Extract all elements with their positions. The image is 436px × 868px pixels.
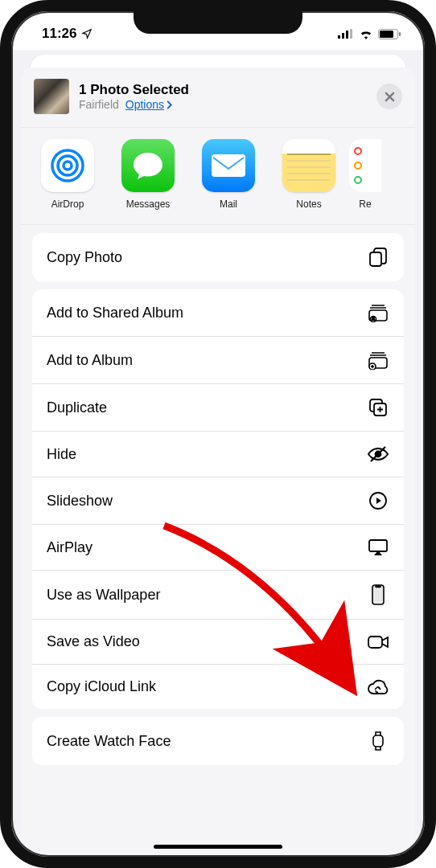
svg-rect-3 [350,29,352,39]
action-label: Add to Album [47,352,133,369]
app-notes[interactable]: Notes [269,139,349,210]
sheet-header: 1 Photo Selected Fairfield Options [21,68,415,128]
notes-icon [282,139,335,192]
svg-rect-21 [372,585,384,604]
status-time: 11:26 [42,26,76,42]
app-mail[interactable]: Mail [188,139,269,210]
action-copy-icloud[interactable]: Copy iCloud Link [32,665,404,709]
action-airplay[interactable]: AirPlay [32,525,404,571]
action-duplicate[interactable]: Duplicate [32,384,404,432]
action-copy-photo[interactable]: Copy Photo [32,233,404,281]
app-label: Mail [188,199,269,210]
action-hide[interactable]: Hide [32,432,404,477]
app-reminders[interactable]: Re [349,139,381,210]
action-use-wallpaper[interactable]: Use as Wallpaper [32,571,404,620]
action-group-main: Add to Shared Album Add to Album Duplica… [32,289,404,709]
photo-thumbnail[interactable] [34,79,69,114]
play-icon [367,491,389,510]
share-apps-row[interactable]: AirDrop Messages Mail Notes [21,128,415,225]
action-save-video[interactable]: Save as Video [32,620,404,665]
subtitle-location: Fairfield [79,98,119,111]
sheet-title: 1 Photo Selected [79,82,376,98]
app-label: AirDrop [27,199,108,210]
app-label: Re [349,199,381,210]
close-icon [385,92,395,102]
action-slideshow[interactable]: Slideshow [32,477,404,525]
action-label: Duplicate [47,399,107,416]
watch-icon [367,731,389,751]
reminders-icon [349,139,381,192]
svg-rect-0 [338,35,340,39]
actions-list[interactable]: Copy Photo Add to Shared Album Add to Al… [21,225,415,857]
close-button[interactable] [376,84,402,109]
app-messages[interactable]: Messages [108,139,188,210]
svg-rect-24 [373,735,383,747]
action-add-shared-album[interactable]: Add to Shared Album [32,289,404,337]
hide-icon [367,445,389,463]
action-group-watch: Create Watch Face [32,717,404,765]
copy-icon [367,247,389,268]
wifi-icon [359,29,373,39]
svg-rect-2 [346,31,348,39]
add-album-icon [367,350,389,370]
action-label: Copy iCloud Link [47,678,156,695]
action-create-watch-face[interactable]: Create Watch Face [32,717,404,765]
action-label: Slideshow [47,493,113,510]
action-label: Copy Photo [47,249,122,266]
airplay-icon [367,538,389,556]
app-label: Notes [269,199,349,210]
cloud-link-icon [367,679,389,695]
options-link[interactable]: Options [125,98,172,111]
svg-rect-23 [368,637,382,648]
svg-rect-5 [380,31,393,38]
duplicate-icon [367,398,389,417]
action-add-album[interactable]: Add to Album [32,337,404,384]
phone-icon [367,584,389,605]
action-label: Use as Wallpaper [47,587,160,604]
svg-rect-22 [376,586,380,588]
battery-icon [378,29,401,39]
action-label: Hide [47,446,76,463]
svg-rect-10 [212,154,245,177]
app-airdrop[interactable]: AirDrop [27,139,108,210]
svg-rect-20 [369,540,387,551]
action-label: AirPlay [47,539,93,556]
share-sheet: 1 Photo Selected Fairfield Options AirDr [21,68,415,857]
svg-point-8 [58,156,77,175]
home-indicator[interactable] [154,845,282,849]
action-group-copy: Copy Photo [32,233,404,281]
app-label: Messages [108,199,188,210]
airdrop-icon [41,139,94,192]
svg-rect-1 [342,33,344,39]
action-label: Save as Video [47,633,140,650]
video-icon [367,634,389,650]
action-label: Create Watch Face [47,733,171,750]
mail-icon [202,139,255,192]
location-icon [81,28,93,39]
svg-rect-11 [370,252,381,266]
svg-rect-6 [399,32,401,36]
svg-point-7 [64,162,72,170]
shared-album-icon [367,303,389,322]
messages-icon [121,139,175,192]
cellular-icon [338,29,354,39]
action-label: Add to Shared Album [47,305,183,321]
